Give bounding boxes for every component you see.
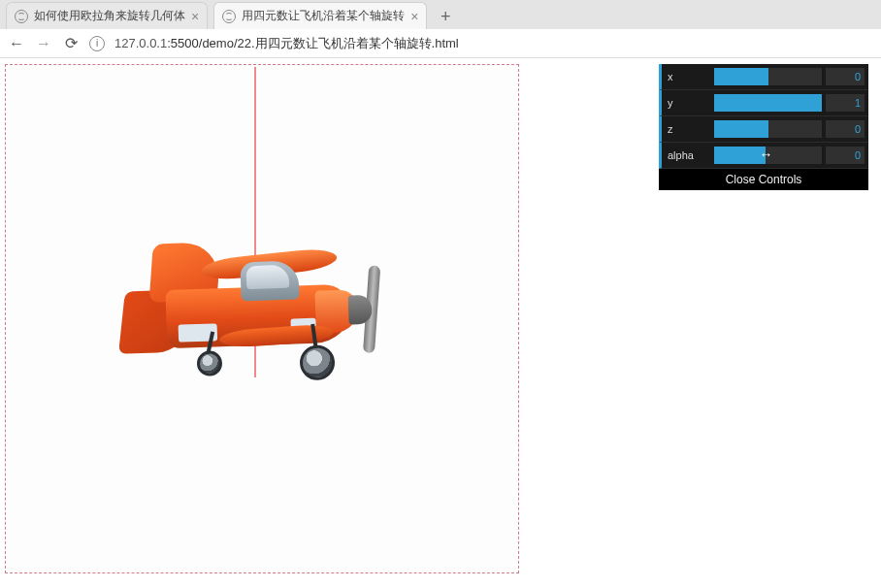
landing-gear-wheel — [299, 344, 335, 380]
globe-icon — [15, 10, 28, 23]
gui-slider-fill — [714, 68, 768, 85]
tab-strip: 如何使用欧拉角来旋转几何体 × 用四元数让飞机沿着某个轴旋转 × + — [0, 0, 881, 29]
gui-slider-fill — [714, 94, 822, 112]
reload-button[interactable]: ⟳ — [62, 34, 80, 52]
gui-slider[interactable] — [714, 94, 822, 112]
gui-row-x: x — [659, 64, 868, 90]
gui-label: z — [662, 123, 714, 135]
url-port: :5500 — [167, 36, 199, 50]
gui-slider[interactable]: ↔ — [714, 147, 822, 164]
gui-label: alpha — [662, 149, 714, 161]
new-tab-button[interactable]: + — [433, 4, 458, 29]
gui-number-input[interactable] — [826, 68, 865, 85]
back-button[interactable]: ← — [8, 35, 25, 52]
threejs-canvas[interactable] — [5, 64, 519, 573]
airplane-model — [114, 211, 392, 405]
browser-chrome: 如何使用欧拉角来旋转几何体 × 用四元数让飞机沿着某个轴旋转 × + ← → ⟳… — [0, 0, 881, 58]
gui-control — [714, 68, 868, 85]
url-display[interactable]: 127.0.0.1:5500/demo/22.用四元数让飞机沿着某个轴旋转.ht… — [114, 35, 459, 52]
landing-gear-wheel — [197, 350, 223, 376]
gui-number-input[interactable] — [826, 94, 865, 112]
url-host: 127.0.0.1 — [114, 36, 167, 50]
forward-button[interactable]: → — [35, 35, 52, 52]
gui-slider-fill — [714, 120, 768, 138]
gui-label: x — [662, 71, 714, 82]
tab-quaternion[interactable]: 用四元数让飞机沿着某个轴旋转 × — [213, 2, 427, 29]
tab-euler[interactable]: 如何使用欧拉角来旋转几何体 × — [6, 2, 208, 29]
dat-gui-panel: x y z alpha ↔ — [659, 64, 868, 190]
gui-row-y: y — [659, 90, 868, 116]
page-content: x y z alpha ↔ — [0, 58, 881, 588]
globe-icon — [222, 10, 236, 23]
gui-row-alpha: alpha ↔ — [659, 143, 868, 169]
gui-control: ↔ — [714, 147, 868, 164]
close-icon[interactable]: × — [410, 10, 418, 23]
gui-control — [714, 94, 868, 112]
site-info-icon[interactable]: i — [89, 36, 105, 51]
url-path: /demo/22.用四元数让飞机沿着某个轴旋转.html — [199, 36, 459, 50]
tab-title: 用四元数让飞机沿着某个轴旋转 — [242, 8, 405, 24]
gui-label: y — [662, 97, 714, 109]
gui-control — [714, 120, 868, 138]
gui-slider[interactable] — [714, 68, 822, 85]
close-icon[interactable]: × — [191, 10, 199, 23]
gui-slider[interactable] — [714, 120, 822, 138]
tab-title: 如何使用欧拉角来旋转几何体 — [34, 8, 185, 24]
gui-slider-fill — [714, 147, 766, 164]
gui-number-input[interactable] — [826, 147, 865, 164]
gui-row-z: z — [659, 116, 868, 143]
gui-close-button[interactable]: Close Controls — [659, 169, 868, 190]
address-bar: ← → ⟳ i 127.0.0.1:5500/demo/22.用四元数让飞机沿着… — [0, 29, 881, 58]
gui-number-input[interactable] — [826, 120, 865, 138]
